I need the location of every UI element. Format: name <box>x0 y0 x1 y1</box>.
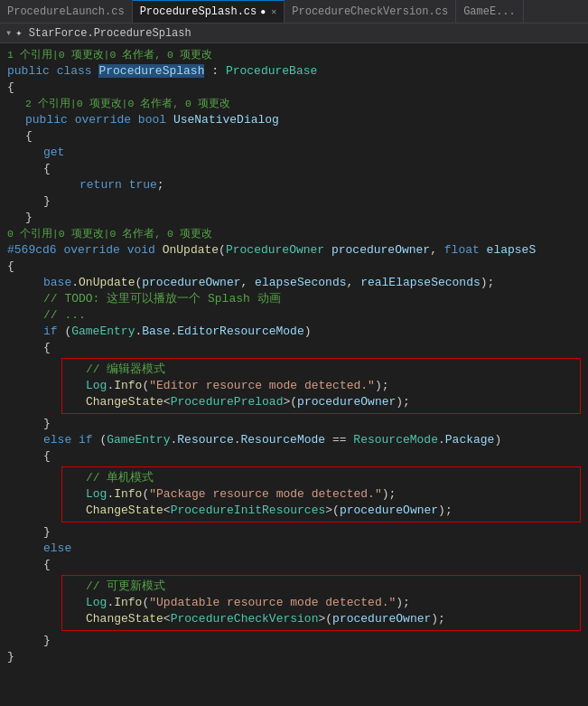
tab-game-ellipsis[interactable]: GameE... <box>456 0 524 23</box>
code-line-brace1: { <box>7 80 581 96</box>
tab-label: GameE... <box>463 5 516 18</box>
ref-line-2: 2 个引用|0 项更改|0 名作者, 0 项更改 <box>7 96 581 112</box>
ref-line-1: 1 个引用|0 项更改|0 名作者, 0 项更改 <box>7 47 581 63</box>
code-line-todo: // TODO: 这里可以播放一个 Splash 动画 <box>7 291 581 307</box>
code-line-log-editor: Log.Info("Editor resource mode detected.… <box>68 378 574 394</box>
code-line-brace8: } <box>7 416 581 432</box>
code-line-get: get <box>7 145 581 161</box>
tab-proceduresplash[interactable]: ProcedureSplash.cs ● ✕ <box>133 0 285 23</box>
breadcrumb-path: ✦ StarForce.ProcedureSplash <box>15 26 191 40</box>
code-line-brace5: } <box>7 210 581 226</box>
code-line-onupdate: #569cd6 override void OnUpdate(Procedure… <box>7 242 581 259</box>
code-line-if1: if (GameEntry.Base.EditorResourceMode) <box>7 324 581 340</box>
tab-label: ProcedureCheckVersion.cs <box>292 5 448 18</box>
code-content: 1 个引用|0 项更改|0 名作者, 0 项更改 public class Pr… <box>0 47 588 665</box>
code-line-dotdot: // ... <box>7 307 581 324</box>
code-line-comment-editor: // 编辑器模式 <box>68 362 574 378</box>
tab-procedurelauncher[interactable]: ProcedureLaunch.cs <box>0 0 133 23</box>
code-line-basecall: base.OnUpdate(procedureOwner, elapseSeco… <box>7 275 581 291</box>
tab-procedurecheckversion[interactable]: ProcedureCheckVersion.cs <box>285 0 456 23</box>
code-line-brace2: { <box>7 128 581 145</box>
dropdown-arrow[interactable]: ▾ <box>5 26 12 40</box>
ref-line-3: 0 个引用|0 项更改|0 名作者, 0 项更改 <box>7 226 581 242</box>
tab-label: ProcedureSplash.cs <box>140 5 257 18</box>
code-line-brace13: } <box>7 649 581 665</box>
code-line-brace9: { <box>7 448 581 465</box>
close-icon[interactable]: ✕ <box>271 6 276 17</box>
code-line-brace10: } <box>7 524 581 541</box>
code-line-brace11: { <box>7 557 581 573</box>
code-line-brace7: { <box>7 340 581 356</box>
code-line-usenativedialog: public override bool UseNativeDialog <box>7 112 581 128</box>
code-line-else: else <box>7 541 581 557</box>
highlight-box-updatable: // 可更新模式 Log.Info("Updatable resource mo… <box>61 575 581 631</box>
code-line-brace4: } <box>7 193 581 210</box>
code-line-changestate-updatable: ChangeState<ProcedureCheckVersion>(proce… <box>68 611 574 627</box>
code-line-brace6: { <box>7 259 581 275</box>
code-line-comment-updatable: // 可更新模式 <box>68 579 574 595</box>
tab-bar: ProcedureLaunch.cs ProcedureSplash.cs ● … <box>0 0 588 24</box>
code-line-brace12: } <box>7 633 581 649</box>
code-line-elseif: else if (GameEntry.Resource.ResourceMode… <box>7 432 581 448</box>
code-line-changestate-package: ChangeState<ProcedureInitResources>(proc… <box>68 503 574 519</box>
code-line-class: public class ProcedureSplash : Procedure… <box>7 63 581 80</box>
code-line-return: return true; <box>7 177 581 193</box>
code-line-changestate-editor: ChangeState<ProcedurePreload>(procedureO… <box>68 394 574 410</box>
code-line-log-updatable: Log.Info("Updatable resource mode detect… <box>68 595 574 611</box>
code-line-brace3: { <box>7 161 581 177</box>
highlight-box-editor: // 编辑器模式 Log.Info("Editor resource mode … <box>61 358 581 414</box>
tab-modified-icon: ● <box>260 7 266 17</box>
code-line-comment-package: // 单机模式 <box>68 470 574 486</box>
tab-label: ProcedureLaunch.cs <box>7 5 125 18</box>
highlight-box-package: // 单机模式 Log.Info("Package resource mode … <box>61 466 581 522</box>
breadcrumb-bar: ▾ ✦ StarForce.ProcedureSplash <box>0 24 588 43</box>
code-line-log-package: Log.Info("Package resource mode detected… <box>68 486 574 503</box>
code-area: 1 个引用|0 项更改|0 名作者, 0 项更改 public class Pr… <box>0 43 588 706</box>
